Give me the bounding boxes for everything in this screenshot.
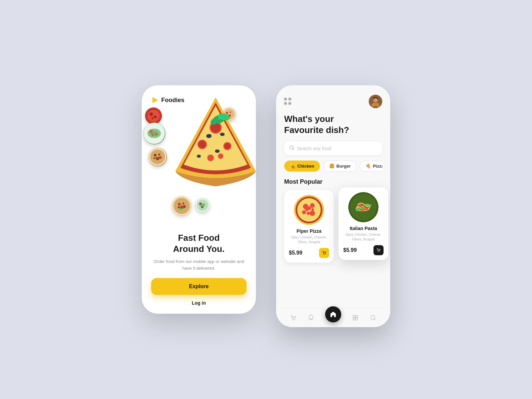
nav-cart[interactable] [289, 314, 297, 322]
foodies-logo-icon [151, 96, 159, 104]
svg-point-16 [158, 153, 160, 156]
svg-point-69 [310, 211, 315, 216]
tab-chicken[interactable]: 🍗 Chicken [284, 161, 320, 172]
svg-point-46 [224, 143, 230, 149]
svg-rect-91 [356, 315, 358, 317]
phone1-splash: Foodies [142, 85, 256, 314]
svg-point-51 [215, 149, 220, 153]
grid-dot-2 [289, 98, 291, 100]
pasta-add-to-cart[interactable] [373, 245, 384, 255]
svg-point-19 [159, 156, 162, 159]
pasta-name: Italian Pasta [343, 226, 384, 231]
phone1-content: Fast Food Around You. Order food from ou… [142, 232, 256, 314]
food-circle-1 [145, 107, 162, 124]
pizza-add-to-cart[interactable] [319, 248, 329, 258]
pizza-price: $5.99 [289, 250, 302, 256]
pasta-footer: $5.99 [343, 245, 384, 255]
user-avatar[interactable] [369, 95, 382, 108]
svg-point-79 [358, 204, 362, 207]
chicken-emoji: 🍗 [290, 164, 295, 169]
grid-dot-1 [284, 98, 287, 100]
svg-marker-1 [154, 98, 158, 102]
burger-emoji: 🍔 [329, 164, 335, 169]
grid-dot-4 [289, 102, 291, 105]
pizza-slice-main [169, 94, 256, 188]
svg-point-88 [292, 319, 293, 320]
category-tabs: 🍗 Chicken 🍔 Burger 🍕 Pizza [284, 161, 382, 172]
pizza-name: Piper Pizza [289, 228, 329, 234]
food-circle-6 [195, 198, 210, 212]
phone1-subtitle: Order food from our mobile app or websit… [151, 258, 247, 271]
svg-point-75 [323, 254, 324, 255]
burger-label: Burger [337, 164, 351, 169]
scene: Foodies [142, 72, 390, 327]
tab-pizza[interactable]: 🍕 Pizza [360, 161, 382, 172]
svg-point-87 [379, 251, 380, 252]
svg-point-15 [154, 154, 157, 157]
phone2-header [276, 85, 390, 108]
login-button[interactable]: Log in [190, 299, 207, 307]
food-circle-5 [172, 196, 191, 216]
svg-rect-93 [356, 318, 358, 320]
pasta-desc: Spicy Chicken, Cheese, Olives, Arugula [343, 232, 384, 242]
svg-line-95 [374, 319, 376, 320]
nav-notifications[interactable] [307, 314, 315, 322]
phone1-title: Fast Food Around You. [173, 232, 225, 254]
svg-point-84 [363, 204, 365, 206]
svg-point-76 [325, 254, 325, 255]
pizza-emoji: 🍕 [365, 164, 371, 169]
svg-point-4 [149, 113, 153, 116]
svg-point-28 [178, 203, 181, 206]
chicken-label: Chicken [297, 164, 314, 169]
svg-point-52 [197, 155, 201, 158]
pizza-img-wrap [289, 195, 329, 225]
svg-point-47 [207, 154, 214, 161]
svg-point-18 [153, 157, 156, 159]
svg-point-44 [198, 141, 206, 148]
svg-point-40 [200, 203, 205, 207]
svg-point-85 [359, 210, 361, 212]
food-circle-3 [148, 148, 167, 166]
svg-point-72 [305, 209, 308, 211]
pizza-label: Pizza [373, 164, 382, 169]
svg-point-81 [361, 209, 364, 212]
svg-point-3 [147, 110, 160, 122]
svg-rect-92 [353, 318, 355, 320]
svg-point-70 [307, 212, 310, 215]
svg-point-33 [179, 208, 181, 210]
pizza-footer: $5.99 [289, 248, 329, 258]
main-title: What's your Favourite dish? [284, 114, 382, 135]
tab-burger[interactable]: 🍔 Burger [323, 161, 357, 172]
food-card-piper-pizza: Piper Pizza Spicy Chicken, Cheese, Olive… [284, 190, 334, 263]
grid-menu-icon[interactable] [284, 98, 292, 105]
svg-point-48 [218, 153, 223, 159]
nav-home[interactable] [325, 306, 341, 322]
svg-point-89 [294, 319, 295, 320]
svg-point-29 [182, 203, 184, 205]
svg-rect-90 [353, 315, 355, 317]
bottom-navigation [276, 308, 390, 327]
logo-text: Foodies [161, 97, 184, 104]
explore-button[interactable]: Explore [151, 278, 247, 295]
pasta-img-wrap [343, 192, 384, 222]
nav-profile[interactable] [351, 314, 359, 322]
svg-point-17 [156, 157, 159, 160]
pasta-price: $5.99 [343, 247, 357, 253]
svg-point-68 [302, 210, 306, 214]
phone1-header: Foodies [142, 85, 256, 104]
svg-point-73 [311, 208, 314, 211]
pizza-image [294, 195, 324, 225]
nav-search[interactable] [369, 314, 377, 322]
svg-point-50 [220, 133, 225, 136]
search-bar[interactable]: Search any food [284, 141, 382, 155]
search-icon [290, 145, 294, 151]
phone2-body: What's your Favourite dish? Search any f… [276, 108, 390, 308]
svg-point-31 [178, 206, 180, 208]
food-circle-2 [143, 123, 165, 144]
svg-point-80 [365, 207, 368, 211]
svg-point-49 [206, 134, 212, 138]
svg-point-34 [183, 208, 184, 209]
phone2-main: What's your Favourite dish? Search any f… [276, 85, 390, 327]
svg-point-5 [154, 116, 157, 118]
phone1-hero [142, 104, 256, 232]
